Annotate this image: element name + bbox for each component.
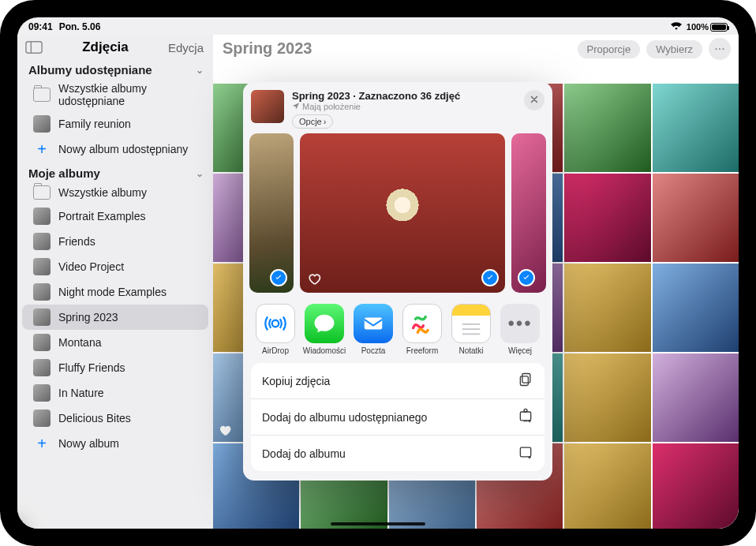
share-preview-item[interactable] xyxy=(249,133,294,293)
photo-cell[interactable] xyxy=(564,174,650,262)
share-selection-count: Zaznaczono 36 zdjęć xyxy=(359,90,461,102)
sidebar-item-friends[interactable]: Friends xyxy=(22,229,208,254)
share-actions-list: Kopiuj zdjęcia Dodaj do albumu udostępni… xyxy=(251,363,545,471)
album-thumb-icon xyxy=(33,384,51,402)
sidebar-item-label: Portrait Examples xyxy=(58,210,145,223)
album-title: Spring 2023 xyxy=(223,39,312,58)
svg-point-2 xyxy=(272,320,279,327)
share-sheet: Spring 2023 · Zaznaczono 36 zdjęć Mają p… xyxy=(243,82,552,481)
share-app-more[interactable]: ••• Więcej xyxy=(499,304,541,355)
share-app-freeform[interactable]: Freeform xyxy=(401,304,443,355)
sidebar-item-new-shared[interactable]: + Nowy album udostępniany xyxy=(22,136,208,162)
sidebar-item-all-shared[interactable]: Wszystkie albumy udostępniane xyxy=(22,78,208,111)
home-indicator[interactable] xyxy=(331,522,425,525)
sidebar-item-montana[interactable]: Montana xyxy=(22,330,208,355)
album-thumb-icon xyxy=(33,309,51,326)
more-menu-button[interactable]: ··· xyxy=(709,38,731,60)
sidebar-item-fluffy-friends[interactable]: Fluffy Friends xyxy=(22,355,208,380)
album-thumb-icon xyxy=(33,208,51,225)
mail-icon xyxy=(354,304,393,343)
selected-check-icon xyxy=(270,269,287,286)
photo-cell[interactable] xyxy=(564,353,650,442)
album-thumb-icon xyxy=(33,233,51,250)
sidebar-item-label: Fluffy Friends xyxy=(58,361,125,374)
section-shared-albums[interactable]: Albumy udostępniane ⌄ xyxy=(17,58,213,78)
plus-icon: + xyxy=(33,140,51,158)
status-bar: 09:41 Pon. 5.06 100% xyxy=(17,17,739,35)
photo-cell[interactable] xyxy=(653,353,739,442)
share-title: Spring 2023 · Zaznaczono 36 zdjęć xyxy=(292,90,516,102)
sidebar-item-label: Video Project xyxy=(58,260,124,273)
status-time: 09:41 xyxy=(28,21,53,32)
photo-cell[interactable] xyxy=(653,264,739,352)
sidebar-item-all-albums[interactable]: Wszystkie albumy xyxy=(22,181,208,204)
action-label: Kopiuj zdjęcia xyxy=(262,375,330,387)
album-thumb-icon xyxy=(33,115,51,133)
photo-cell[interactable] xyxy=(564,84,650,172)
share-options-button[interactable]: Opcje › xyxy=(292,114,333,129)
sidebar-edit-button[interactable]: Edycja xyxy=(168,41,204,54)
share-app-label: Wiadomości xyxy=(303,346,346,355)
aspect-ratio-button[interactable]: Proporcje xyxy=(578,40,641,58)
sidebar: Zdjęcia Edycja Albumy udostępniane ⌄ Wsz… xyxy=(17,35,213,529)
sidebar-item-portrait-examples[interactable]: Portrait Examples xyxy=(22,204,208,229)
close-icon xyxy=(530,93,539,107)
sidebar-item-label: Friends xyxy=(58,235,95,248)
sidebar-item-label: In Nature xyxy=(58,387,104,399)
share-app-label: Więcej xyxy=(508,346,532,355)
photo-cell[interactable] xyxy=(653,443,739,529)
svg-rect-8 xyxy=(520,376,528,386)
action-label: Dodaj do albumu xyxy=(262,447,346,460)
battery-indicator: 100% xyxy=(687,22,728,32)
sidebar-item-delicious-bites[interactable]: Delicious Bites xyxy=(22,406,208,431)
section-my-albums[interactable]: Moje albumy ⌄ xyxy=(17,162,213,181)
sidebar-item-video-project[interactable]: Video Project xyxy=(22,254,208,279)
sidebar-item-label: Wszystkie albumy udostępniane xyxy=(58,82,199,107)
action-add-shared-album[interactable]: Dodaj do albumu udostępnianego xyxy=(251,398,545,435)
wifi-icon xyxy=(671,21,682,32)
sidebar-toggle-icon[interactable] xyxy=(25,40,43,54)
svg-rect-3 xyxy=(365,318,383,330)
shared-album-add-icon xyxy=(518,408,533,426)
share-app-label: Poczta xyxy=(361,346,386,355)
sidebar-item-label: Nowy album xyxy=(58,437,119,450)
ellipsis-icon: ··· xyxy=(714,42,724,56)
svg-rect-11 xyxy=(520,447,530,457)
action-copy-photos[interactable]: Kopiuj zdjęcia xyxy=(251,363,545,398)
share-close-button[interactable] xyxy=(524,90,545,110)
share-location-label: Mają położenie xyxy=(302,102,361,111)
sidebar-item-new-album[interactable]: + Nowy album xyxy=(22,431,208,456)
photo-cell[interactable] xyxy=(564,443,650,529)
share-app-messages[interactable]: Wiadomości xyxy=(303,304,346,355)
share-app-mail[interactable]: Poczta xyxy=(352,304,395,355)
folder-icon xyxy=(33,185,51,200)
photo-cell[interactable] xyxy=(653,174,739,262)
sidebar-item-night-mode[interactable]: Night mode Examples xyxy=(22,279,208,305)
section-my-label: Moje albumy xyxy=(28,166,100,180)
sidebar-item-family-reunion[interactable]: Family reunion xyxy=(22,111,208,136)
share-album-name: Spring 2023 xyxy=(292,90,350,102)
share-preview-item[interactable] xyxy=(511,133,546,293)
airdrop-icon xyxy=(256,304,295,343)
sidebar-item-spring-2023[interactable]: Spring 2023 xyxy=(22,305,208,330)
share-options-label: Opcje xyxy=(299,117,322,126)
share-app-airdrop[interactable]: AirDrop xyxy=(254,304,297,355)
share-apps-row: AirDrop Wiadomości Poczta xyxy=(243,301,552,363)
sidebar-item-in-nature[interactable]: In Nature xyxy=(22,380,208,406)
select-button[interactable]: Wybierz xyxy=(646,40,702,58)
sidebar-item-label: Night mode Examples xyxy=(58,286,167,298)
location-icon xyxy=(292,102,300,111)
sidebar-item-label: Montana xyxy=(58,336,101,349)
share-subtitle: Mają położenie xyxy=(292,102,516,111)
photo-cell[interactable] xyxy=(653,84,739,172)
share-preview-item[interactable] xyxy=(300,133,505,293)
sidebar-item-label: Spring 2023 xyxy=(58,311,118,323)
sidebar-item-label: Delicious Bites xyxy=(58,412,131,424)
action-add-album[interactable]: Dodaj do albumu xyxy=(251,435,545,471)
svg-point-10 xyxy=(524,409,527,412)
svg-rect-9 xyxy=(520,412,530,421)
photo-cell[interactable] xyxy=(564,264,650,352)
album-thumb-icon xyxy=(33,410,51,427)
share-app-notes[interactable]: Notatki xyxy=(450,304,492,355)
chevron-down-icon: ⌄ xyxy=(196,65,204,76)
